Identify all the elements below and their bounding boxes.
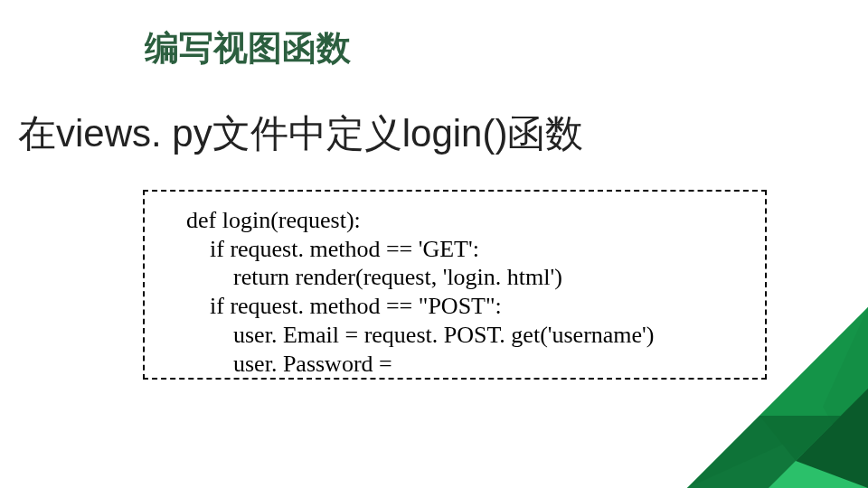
svg-marker-4 [687,416,841,488]
code-line: if request. method == 'GET': [186,235,754,264]
code-line: user. Password = [186,350,754,379]
svg-marker-2 [687,443,868,488]
slide-subtitle: 在views. py文件中定义login()函数 [18,108,583,159]
code-line: user. Email = request. POST. get('userna… [186,321,754,350]
svg-marker-5 [796,389,868,488]
code-line: return render(request, 'login. html') [186,263,754,292]
svg-marker-1 [823,307,868,488]
code-line: request. POST. get('password') [186,378,754,380]
slide-title: 编写视图函数 [145,25,351,71]
code-line: def login(request): [186,206,754,235]
svg-marker-3 [760,307,868,461]
code-line: if request. method == "POST": [186,292,754,321]
code-block: def login(request): if request. method =… [143,190,767,380]
